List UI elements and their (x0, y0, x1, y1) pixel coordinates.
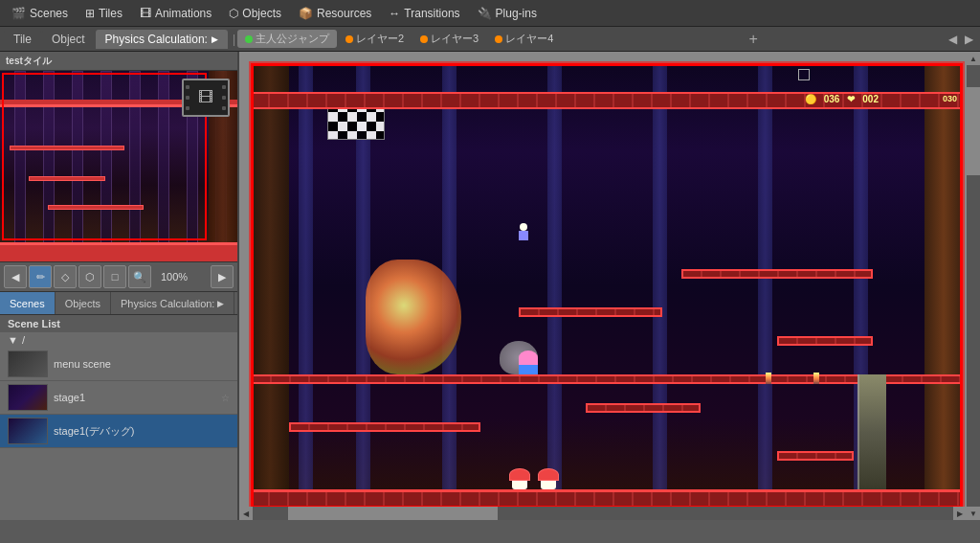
hud-bar: 🟡 036 ❤ 002 (805, 94, 905, 104)
btab-scenes[interactable]: Scenes (0, 292, 56, 314)
search-tool-button[interactable]: 🔍 (128, 265, 151, 288)
layer-tab-4[interactable]: レイヤー4 (487, 30, 561, 48)
canvas-area: 🟡 036 ❤ 002 030 (239, 52, 980, 520)
coin-icon: 🟡 (805, 94, 816, 104)
scene-item-stage1[interactable]: stage1 ☆ (0, 381, 237, 415)
scroll-up-button[interactable]: ▲ (967, 52, 980, 65)
layer-tab-3[interactable]: レイヤー3 (412, 30, 486, 48)
resources-icon: 📦 (299, 7, 313, 20)
tab-physics[interactable]: Physics Calculation: ▶ (96, 30, 228, 49)
bottom-floor (251, 489, 963, 509)
layer-dot-3 (420, 35, 428, 43)
left-toolbar: ◀ ✏ ◇ ⬡ □ 🔍 100% ▶ (0, 262, 237, 292)
scene-item-debug[interactable]: stage1(デバッグ) (0, 415, 237, 448)
film-hole (186, 106, 189, 110)
statue-character (858, 374, 886, 489)
scene-folder[interactable]: ▼ / (0, 332, 237, 348)
scroll-right-hs-button[interactable]: ▶ (953, 507, 967, 520)
hex-tool-button[interactable]: ⬡ (78, 265, 101, 288)
bg-pillar (547, 63, 562, 509)
rect-tool-button[interactable]: □ (103, 265, 126, 288)
nav-arrows: ◀ ▶ (946, 33, 976, 46)
tab-bar: Tile Object Physics Calculation: ▶ | 主人公… (0, 27, 980, 52)
mushroom-1 (509, 468, 530, 489)
game-canvas-wrap: 🟡 036 ❤ 002 030 (249, 61, 965, 510)
scroll-down-button[interactable]: ▼ (967, 507, 980, 520)
horizontal-scrollbar[interactable]: ◀ ▶ (239, 507, 967, 520)
bg-pillar (653, 63, 667, 509)
mid-platform-5 (777, 336, 873, 346)
bottom-tabs: Scenes Objects Physics Calculation: ▶ (0, 292, 237, 315)
score-right: 030 (943, 94, 957, 103)
bg-pillar (299, 63, 313, 509)
tile-preview: 🎞 (0, 71, 237, 262)
scene-thumb-stage1 (8, 384, 48, 411)
btab-physics-arrow: ▶ (217, 299, 224, 308)
scroll-thumb-vertical[interactable] (967, 87, 980, 175)
left-wall (251, 63, 289, 509)
scenes-icon: 🎬 (11, 7, 26, 20)
scroll-track-vertical[interactable] (967, 65, 980, 507)
selection-box (798, 69, 810, 80)
vertical-scrollbar[interactable]: ▲ ▼ (967, 52, 980, 520)
pencil-tool-button[interactable]: ✏ (29, 265, 52, 288)
diamond-tool-button[interactable]: ◇ (54, 265, 77, 288)
mid-platform-2 (251, 374, 963, 384)
film-hole (222, 96, 226, 100)
layer-tab-2[interactable]: レイヤー2 (338, 30, 412, 48)
scroll-thumb-horizontal[interactable] (288, 507, 499, 520)
mid-platform-7 (777, 451, 854, 461)
left-panel: testタイル (0, 52, 239, 520)
film-hole (222, 106, 226, 110)
scroll-track-horizontal[interactable] (253, 507, 953, 520)
film-hole (186, 96, 189, 100)
torch-2 (766, 373, 771, 384)
torch-1 (813, 373, 819, 384)
menu-animations[interactable]: 🎞 Animations (132, 4, 219, 23)
preview-floor-bottom (0, 242, 237, 261)
tab-arrow-icon: ▶ (212, 34, 218, 44)
preview-selection (2, 73, 207, 240)
btab-objects[interactable]: Objects (56, 292, 111, 314)
menu-bar: 🎬 Scenes ⊞ Tiles 🎞 Animations ⬡ Objects … (0, 0, 980, 27)
menu-scenes[interactable]: 🎬 Scenes (4, 4, 76, 23)
layer-tab-1[interactable]: 主人公ジャンプ (237, 30, 337, 48)
btab-physics[interactable]: Physics Calculation: ▶ (111, 292, 234, 314)
film-hole (222, 85, 226, 89)
left-panel-title: testタイル (6, 55, 52, 68)
layer-dot-1 (245, 35, 253, 43)
scroll-left-button[interactable]: ◀ (4, 265, 27, 288)
star-icon: ☆ (221, 393, 230, 403)
film-thumbnail: 🎞 (182, 79, 230, 117)
scene-list: Scene List ▼ / menu scene stage1 ☆ stage… (0, 315, 237, 520)
player-character (519, 351, 538, 374)
nav-forward-button[interactable]: ▶ (962, 33, 976, 46)
nav-back-button[interactable]: ◀ (946, 33, 960, 46)
menu-resources[interactable]: 📦 Resources (291, 4, 379, 23)
game-canvas[interactable]: 🟡 036 ❤ 002 030 (249, 61, 965, 510)
life-icon: ❤ (847, 94, 855, 104)
npc-indicator (519, 223, 528, 240)
tab-object[interactable]: Object (42, 30, 95, 49)
scroll-left-hs-button[interactable]: ◀ (239, 507, 253, 520)
add-layer-button[interactable]: + (744, 31, 764, 48)
scene-thumb-debug (8, 418, 48, 444)
mid-platform-6 (586, 403, 701, 413)
tab-separator: | (229, 33, 236, 46)
menu-tiles[interactable]: ⊞ Tiles (78, 4, 130, 23)
menu-plugins[interactable]: 🔌 Plug-ins (470, 4, 545, 23)
film-hole (186, 85, 189, 89)
plugins-icon: 🔌 (478, 7, 492, 20)
film-holes-left (184, 80, 191, 115)
tab-tile[interactable]: Tile (4, 30, 41, 49)
menu-transitions[interactable]: ↔ Transitions (381, 4, 467, 23)
scene-item-menu[interactable]: menu scene (0, 348, 237, 381)
mushroom-2 (538, 468, 559, 489)
scroll-right-button[interactable]: ▶ (211, 265, 234, 288)
objects-icon: ⬡ (229, 7, 238, 20)
menu-objects[interactable]: ⬡ Objects (221, 4, 289, 23)
mid-platform-1 (289, 422, 480, 432)
main-layout: testタイル (0, 52, 980, 520)
boss-character (366, 260, 461, 374)
film-icon: 🎞 (198, 89, 213, 106)
